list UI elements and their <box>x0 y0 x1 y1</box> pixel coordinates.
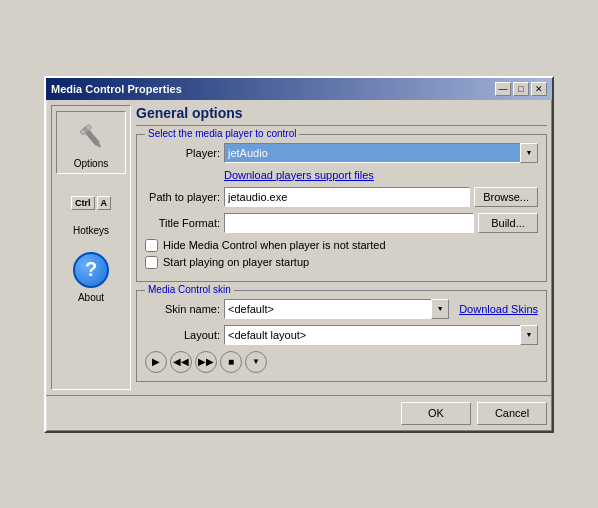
sidebar-options-label: Options <box>74 158 108 169</box>
player-section: Select the media player to control Playe… <box>136 134 547 282</box>
download-players-link[interactable]: Download players support files <box>224 169 374 181</box>
prev-button[interactable]: ◀◀ <box>170 351 192 373</box>
skin-name-row: Skin name: <default> ▼ Download Skins <box>145 299 538 319</box>
build-button[interactable]: Build... <box>478 213 538 233</box>
sidebar-item-options[interactable]: Options <box>56 111 126 174</box>
start-checkbox[interactable] <box>145 256 158 269</box>
play-button[interactable]: ▶ <box>145 351 167 373</box>
layout-select-wrapper: <default layout> ▼ <box>224 325 538 345</box>
path-label: Path to player: <box>145 191 220 203</box>
main-window: Media Control Properties — □ ✕ <box>44 76 554 433</box>
hide-checkbox-row: Hide Media Control when player is not st… <box>145 239 538 252</box>
sidebar-item-about[interactable]: ? About <box>56 245 126 308</box>
title-format-row: Title Format: Build... <box>145 213 538 233</box>
stop-button[interactable]: ■ <box>220 351 242 373</box>
skin-name-label: Skin name: <box>145 303 220 315</box>
window-body: Options Ctrl A Hotkeys ? About <box>46 100 552 395</box>
maximize-button[interactable]: □ <box>513 82 529 96</box>
title-bar: Media Control Properties — □ ✕ <box>46 78 552 100</box>
player-select-wrapper: jetAudio ▼ <box>224 143 538 163</box>
footer: OK Cancel <box>46 395 552 431</box>
question-icon: ? <box>71 250 111 290</box>
player-select[interactable]: jetAudio <box>224 143 538 163</box>
skin-select[interactable]: <default> <box>224 299 449 319</box>
next-button[interactable]: ▶▶ <box>195 351 217 373</box>
panel-title: General options <box>136 105 547 126</box>
browse-button[interactable]: Browse... <box>474 187 538 207</box>
hide-checkbox[interactable] <box>145 239 158 252</box>
title-format-label: Title Format: <box>145 217 220 229</box>
path-row: Path to player: Browse... <box>145 187 538 207</box>
sidebar-about-label: About <box>78 292 104 303</box>
title-bar-buttons: — □ ✕ <box>495 82 547 96</box>
title-format-input[interactable] <box>224 213 474 233</box>
layout-row: Layout: <default layout> ▼ <box>145 325 538 345</box>
layout-select[interactable]: <default layout> <box>224 325 538 345</box>
download-skins-link[interactable]: Download Skins <box>459 303 538 315</box>
sidebar: Options Ctrl A Hotkeys ? About <box>51 105 131 390</box>
player-row: Player: jetAudio ▼ <box>145 143 538 163</box>
close-button[interactable]: ✕ <box>531 82 547 96</box>
skin-section: Media Control skin Skin name: <default> … <box>136 290 547 382</box>
ok-button[interactable]: OK <box>401 402 471 425</box>
wrench-icon <box>71 116 111 156</box>
sidebar-hotkeys-label: Hotkeys <box>73 225 109 236</box>
layout-label: Layout: <box>145 329 220 341</box>
hotkeys-icon: Ctrl A <box>71 183 111 223</box>
skin-section-label: Media Control skin <box>145 284 234 295</box>
media-buttons: ▶ ◀◀ ▶▶ ■ ▼ <box>145 351 538 373</box>
start-checkbox-row: Start playing on player startup <box>145 256 538 269</box>
skin-select-wrapper: <default> ▼ <box>224 299 449 319</box>
player-label: Player: <box>145 147 220 159</box>
main-content: General options Select the media player … <box>136 105 547 390</box>
sidebar-item-hotkeys[interactable]: Ctrl A Hotkeys <box>56 178 126 241</box>
more-button[interactable]: ▼ <box>245 351 267 373</box>
path-input[interactable] <box>224 187 470 207</box>
download-link-row: Download players support files <box>145 169 538 181</box>
player-section-label: Select the media player to control <box>145 128 299 139</box>
start-label: Start playing on player startup <box>163 256 309 268</box>
window-title: Media Control Properties <box>51 83 182 95</box>
a-badge: A <box>97 196 112 210</box>
minimize-button[interactable]: — <box>495 82 511 96</box>
ctrl-badge: Ctrl <box>71 196 95 210</box>
hide-label: Hide Media Control when player is not st… <box>163 239 386 251</box>
cancel-button[interactable]: Cancel <box>477 402 547 425</box>
